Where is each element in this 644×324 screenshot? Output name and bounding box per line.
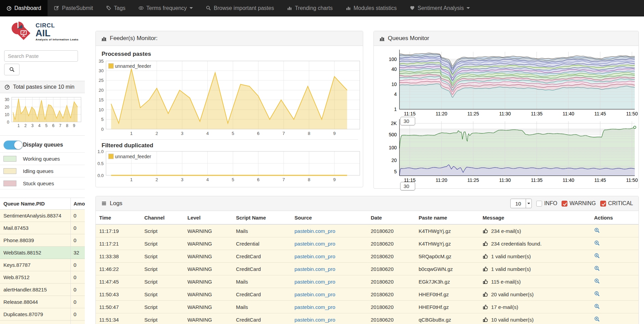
search-plus-icon[interactable] [594, 316, 600, 322]
queue-table-header: Queue Name.PID Amount [0, 198, 85, 210]
ail-logo-icon [10, 21, 33, 42]
checkbox-info[interactable] [536, 201, 542, 207]
log-time: 11:50:47 [96, 301, 141, 313]
source-link[interactable]: pastebin.com_pro [294, 291, 335, 297]
svg-text:10: 10 [5, 112, 10, 117]
svg-text:1: 1 [130, 131, 133, 136]
source-link[interactable]: pastebin.com_pro [294, 266, 335, 272]
thumbs-up-icon [483, 241, 488, 247]
search-icon [206, 5, 211, 11]
svg-text:11:30: 11:30 [499, 111, 511, 116]
feeder-monitor-title: Feeder(s) Monitor: [110, 35, 158, 42]
queue-name: WebStats.88152 [0, 247, 71, 259]
log-time: 11:47:45 [96, 275, 141, 288]
svg-text:0.0: 0.0 [97, 173, 104, 178]
logs-col-paste-name: Paste name [415, 211, 479, 224]
roll-period-input-top[interactable] [400, 117, 415, 125]
page-size-select[interactable]: 10 [510, 199, 532, 208]
logs-row: 11:50:43ScriptWARNINGCreditCardpastebin.… [96, 288, 639, 301]
svg-text:11:15: 11:15 [404, 111, 416, 116]
checkbox-critical[interactable] [600, 201, 606, 207]
log-actions [591, 224, 639, 237]
source-link[interactable]: pastebin.com_pro [294, 317, 335, 323]
nav-item-label: PasteSubmit [62, 5, 93, 11]
svg-text:3: 3 [31, 123, 34, 128]
nav-item-tags[interactable]: Tags [100, 0, 132, 16]
source-link[interactable]: pastebin.com_pro [294, 241, 335, 247]
nav-item-label: Terms frequency [146, 5, 187, 11]
svg-text:5: 5 [45, 123, 48, 128]
svg-text:11:20: 11:20 [436, 177, 447, 183]
svg-text:20: 20 [5, 105, 10, 110]
log-date: 20180620 [367, 301, 415, 313]
search-plus-icon[interactable] [594, 303, 600, 309]
log-paste-name: K4THWgYj.gz [415, 237, 479, 250]
feeder-monitor-panel: Feeder(s) Monitor: Processed pastes 0510… [95, 31, 363, 187]
search-button[interactable] [4, 64, 19, 75]
svg-text:5: 5 [232, 177, 234, 182]
log-source: pastebin.com_pro [291, 288, 367, 301]
svg-text:7: 7 [59, 123, 62, 128]
svg-text:35: 35 [99, 59, 104, 64]
nav-item-pastesubmit[interactable]: PasteSubmit [48, 0, 100, 16]
queues-monitor-title: Queues Monitor [388, 35, 429, 42]
queue-amount: 0 [71, 308, 85, 320]
processed-pastes-title: Processed pastes [102, 51, 151, 58]
tag-icon [106, 5, 111, 11]
search-icon [9, 67, 15, 72]
log-channel: Script [141, 250, 184, 263]
nav-item-modules-statistics[interactable]: Modules statistics [339, 0, 403, 16]
log-paste-name: HHEF0tHf.gz [415, 301, 479, 313]
checkbox-warning[interactable] [562, 201, 567, 207]
queue-amount: 0 [71, 259, 85, 271]
logs-col-source: Source [291, 211, 367, 224]
log-time: 11:46:22 [96, 263, 141, 275]
nav-item-dashboard[interactable]: Dashboard [0, 0, 48, 16]
search-plus-icon[interactable] [594, 265, 600, 271]
log-script: Mails [233, 224, 291, 237]
search-plus-icon[interactable] [594, 278, 600, 284]
legend-swatch [3, 180, 16, 186]
display-queues-toggle[interactable] [3, 140, 23, 150]
svg-text:2K: 2K [391, 121, 397, 126]
filter-info[interactable]: INFO [536, 200, 557, 207]
log-level: WARNING [184, 250, 233, 263]
nav-item-trending-charts[interactable]: Trending charts [280, 0, 339, 16]
svg-text:8: 8 [308, 131, 310, 136]
svg-text:25: 25 [99, 78, 104, 83]
svg-text:11:45: 11:45 [594, 111, 606, 116]
nav-item-sentiment-analysis[interactable]: Sentiment Analysis [403, 0, 476, 16]
circl-ail-logo: CIRCL AIL Analysis of Information Leaks [10, 21, 78, 42]
log-date: 20180620 [367, 237, 415, 250]
source-link[interactable]: pastebin.com_pro [294, 253, 335, 259]
search-plus-icon[interactable] [594, 227, 600, 233]
source-link[interactable]: pastebin.com_pro [294, 279, 335, 285]
source-link[interactable]: pastebin.com_pro [294, 304, 335, 310]
filter-critical[interactable]: CRITICAL [600, 200, 633, 207]
search-input[interactable] [4, 50, 78, 62]
log-time: 11:51:34 [96, 313, 141, 324]
queue-table: Queue Name.PID Amount SentimentAnalysis.… [0, 198, 85, 324]
source-link[interactable]: pastebin.com_pro [294, 228, 335, 234]
svg-text:11:30: 11:30 [499, 177, 511, 183]
log-time: 11:33:38 [96, 250, 141, 263]
thumbs-up-icon [483, 279, 488, 285]
display-queues-label: Display queues [23, 142, 63, 148]
nav-item-browse-important-pastes[interactable]: Browse important pastes [199, 0, 280, 16]
nav-item-terms-frequency[interactable]: Terms frequency [132, 0, 199, 16]
logo-line2: AIL [36, 29, 78, 37]
svg-text:20: 20 [391, 158, 397, 163]
list-icon [101, 201, 107, 206]
queue-row: SentimentAnalysis.883740 [0, 210, 85, 222]
queue-name: Web.87512 [0, 271, 71, 283]
search-plus-icon[interactable] [594, 240, 600, 246]
log-level: WARNING [184, 301, 233, 313]
roll-period-input-bottom[interactable] [400, 182, 415, 190]
svg-text:2: 2 [156, 177, 158, 182]
search-plus-icon[interactable] [594, 291, 600, 297]
queues-throughput-chart: 2K50010020511:1511:2011:2511:3011:3511:4… [374, 119, 639, 187]
filter-warning[interactable]: WARNING [562, 200, 596, 207]
queue-row: Web.875120 [0, 271, 85, 284]
search-plus-icon[interactable] [594, 253, 600, 259]
log-level: WARNING [184, 288, 233, 301]
